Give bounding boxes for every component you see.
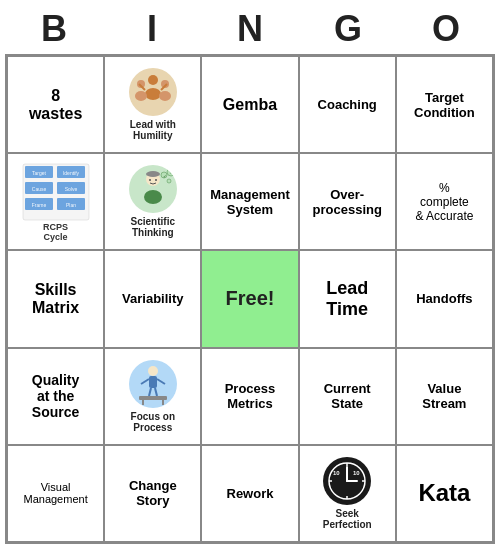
bingo-header: B I N G O <box>5 0 495 54</box>
lead-humility-label: Lead withHumility <box>130 119 176 141</box>
cell-coaching: Coaching <box>299 56 396 153</box>
svg-point-31 <box>148 366 158 376</box>
svg-point-23 <box>149 179 151 181</box>
cell-management-system: ManagementSystem <box>201 153 298 250</box>
svg-rect-37 <box>139 396 167 400</box>
cell-seek-perfection: 10 10 SeekPerfection <box>299 445 396 542</box>
cell-kata: Kata <box>396 445 493 542</box>
cell-process-metrics: ProcessMetrics <box>201 348 298 445</box>
svg-text:Target: Target <box>32 170 47 176</box>
svg-text:Solve: Solve <box>64 186 77 192</box>
scientific-thinking-label: ScientificThinking <box>131 216 175 238</box>
cell-skills-matrix: SkillsMatrix <box>7 250 104 347</box>
svg-text:Plan: Plan <box>66 202 76 208</box>
seek-perfection-label: SeekPerfection <box>323 508 372 530</box>
letter-i: I <box>107 8 197 50</box>
cell-value-stream: ValueStream <box>396 348 493 445</box>
cell-quality-source: Qualityat theSource <box>7 348 104 445</box>
svg-line-34 <box>157 379 165 384</box>
svg-point-0 <box>148 75 158 85</box>
cell-overprocessing: Over-processing <box>299 153 396 250</box>
cell-lead-time: LeadTime <box>299 250 396 347</box>
cell-focus-process: Focus onProcess <box>104 348 201 445</box>
letter-b: B <box>9 8 99 50</box>
bingo-grid: 8wastes Lead withHumility Gemba Coaching… <box>5 54 495 544</box>
letter-g: G <box>303 8 393 50</box>
svg-rect-32 <box>149 376 157 388</box>
svg-text:10: 10 <box>333 470 340 476</box>
svg-point-22 <box>146 171 160 177</box>
cell-rcps: Target Identify Cause Solve Frame Plan R… <box>7 153 104 250</box>
svg-text:Frame: Frame <box>31 202 46 208</box>
cell-current-state: CurrentState <box>299 348 396 445</box>
cell-target-condition: TargetCondition <box>396 56 493 153</box>
cell-gemba: Gemba <box>201 56 298 153</box>
cell-rework: Rework <box>201 445 298 542</box>
svg-point-24 <box>155 179 157 181</box>
cell-handoffs: Handoffs <box>396 250 493 347</box>
cell-lead-humility: Lead withHumility <box>104 56 201 153</box>
cell-change-story: ChangeStory <box>104 445 201 542</box>
svg-line-33 <box>141 379 149 384</box>
svg-text:Cause: Cause <box>31 186 46 192</box>
svg-text:✓: ✓ <box>162 174 165 179</box>
svg-point-28 <box>167 179 171 183</box>
svg-line-36 <box>155 388 157 396</box>
svg-point-1 <box>145 88 161 100</box>
cell-8-wastes: 8wastes <box>7 56 104 153</box>
svg-point-3 <box>135 91 147 101</box>
cell-scientific-thinking: ✓ ? ScientificThinking <box>104 153 201 250</box>
svg-text:10: 10 <box>353 470 360 476</box>
cell-variability: Variability <box>104 250 201 347</box>
cell-visual-management: VisualManagement <box>7 445 104 542</box>
svg-point-25 <box>144 190 162 204</box>
svg-point-5 <box>159 91 171 101</box>
svg-line-35 <box>149 388 151 396</box>
cell-free: Free! <box>201 250 298 347</box>
letter-n: N <box>205 8 295 50</box>
focus-process-label: Focus onProcess <box>131 411 175 433</box>
svg-text:Identify: Identify <box>63 170 80 176</box>
cell-percent-complete: %complete& Accurate <box>396 153 493 250</box>
letter-o: O <box>401 8 491 50</box>
